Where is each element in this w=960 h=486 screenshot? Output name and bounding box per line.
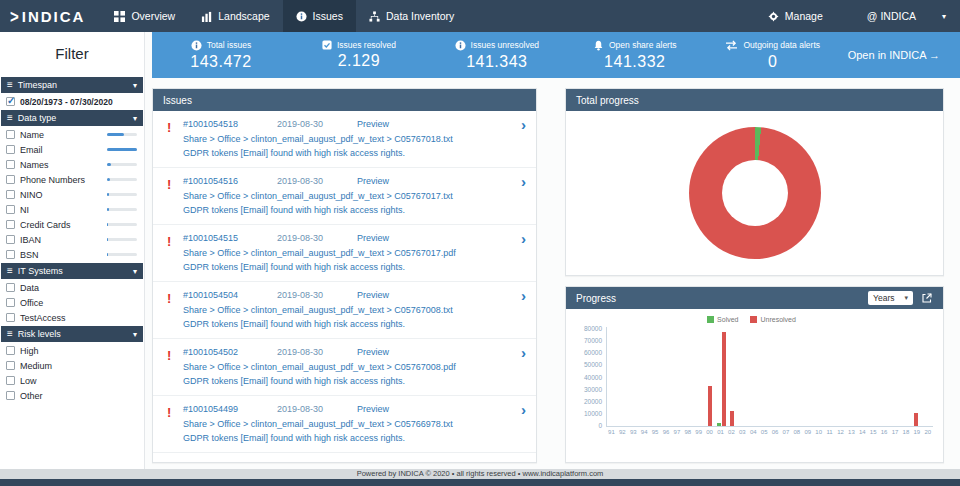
stat-value: 141.343 bbox=[466, 53, 527, 71]
sidebar-item-ni[interactable]: NI bbox=[0, 202, 144, 217]
checkbox-credit-cards[interactable] bbox=[6, 220, 15, 229]
nav-item-data-inventory[interactable]: Data Inventory bbox=[356, 0, 467, 32]
checkbox-other[interactable] bbox=[6, 391, 15, 400]
sidebar-item-phone-numbers[interactable]: Phone Numbers bbox=[0, 172, 144, 187]
stat-value: 143.472 bbox=[190, 53, 251, 71]
manage-button[interactable]: Manage bbox=[754, 0, 837, 32]
preview-link[interactable]: Preview bbox=[357, 290, 389, 300]
sidebar-item-bsn[interactable]: BSN bbox=[0, 247, 144, 262]
preview-link[interactable]: Preview bbox=[357, 347, 389, 357]
chevron-right-icon[interactable]: › bbox=[521, 234, 526, 243]
sidebar-item-08-20-1973-07-30-2020[interactable]: 08/20/1973 - 07/30/2020 bbox=[0, 94, 144, 109]
checkbox-low[interactable] bbox=[6, 376, 15, 385]
sidebar-section-header-risk-levels[interactable]: ≡Risk levels▾ bbox=[1, 326, 143, 342]
sidebar-item-names[interactable]: Names bbox=[0, 157, 144, 172]
issue-path-link[interactable]: Share > Office > clinton_email_august_pd… bbox=[183, 362, 526, 372]
menu-icon: ≡ bbox=[7, 81, 13, 89]
y-tick-label: 80000 bbox=[570, 325, 602, 332]
preview-link[interactable]: Preview bbox=[357, 176, 389, 186]
preview-link[interactable]: Preview bbox=[357, 119, 389, 129]
x-tick-label: 06 bbox=[770, 429, 781, 435]
sidebar-section-header-timespan[interactable]: ≡Timespan▾ bbox=[1, 77, 143, 93]
sidebar-item-email[interactable]: Email bbox=[0, 142, 144, 157]
checkbox-testaccess[interactable] bbox=[6, 313, 15, 322]
issue-id-link[interactable]: #1001054516 bbox=[183, 176, 277, 186]
issue-id-link[interactable]: #1001054504 bbox=[183, 290, 277, 300]
checkbox-nino[interactable] bbox=[6, 190, 15, 199]
checkbox-bsn[interactable] bbox=[6, 250, 15, 259]
sidebar-section-header-data-type[interactable]: ≡Data type▾ bbox=[1, 110, 143, 126]
issue-path-link[interactable]: Share > Office > clinton_email_august_pd… bbox=[183, 191, 526, 201]
issue-row[interactable]: !#10010544992019-08-30Preview›Share > Of… bbox=[153, 396, 536, 453]
bar-unresolved bbox=[722, 332, 726, 426]
sidebar-item-office[interactable]: Office bbox=[0, 295, 144, 310]
issue-date: 2019-08-30 bbox=[277, 347, 357, 357]
stat-label: Issues unresolved bbox=[455, 40, 540, 51]
sidebar-item-iban[interactable]: IBAN bbox=[0, 232, 144, 247]
issue-id-link[interactable]: #1001054502 bbox=[183, 347, 277, 357]
sidebar-item-other[interactable]: Other bbox=[0, 388, 144, 403]
preview-link[interactable]: Preview bbox=[357, 404, 389, 414]
checkbox-medium[interactable] bbox=[6, 361, 15, 370]
footer: Powered by INDICA © 2020 • all rights re… bbox=[0, 469, 960, 486]
chevron-right-icon[interactable]: › bbox=[521, 348, 526, 357]
sidebar-item-name[interactable]: Name bbox=[0, 127, 144, 142]
checkbox-name[interactable] bbox=[6, 130, 15, 139]
nav-item-overview[interactable]: Overview bbox=[101, 0, 188, 32]
bar-group-02 bbox=[726, 327, 737, 426]
checkbox-phone-numbers[interactable] bbox=[6, 175, 15, 184]
stats-bar: Total issues143.472Issues resolved2.129I… bbox=[152, 32, 960, 78]
sidebar-item-nino[interactable]: NINO bbox=[0, 187, 144, 202]
nav-item-landscape[interactable]: Landscape bbox=[188, 0, 282, 32]
progress-plot-column: 9192939495969798990001020304050607080910… bbox=[606, 327, 933, 460]
issue-row[interactable]: !› bbox=[153, 453, 536, 462]
checkbox-iban[interactable] bbox=[6, 235, 15, 244]
progress-panel-header: Progress Years ▾ bbox=[566, 287, 943, 309]
preview-link[interactable]: Preview bbox=[357, 233, 389, 243]
sidebar-item-credit-cards[interactable]: Credit Cards bbox=[0, 217, 144, 232]
issue-row[interactable]: !#10010545182019-08-30Preview›Share > Of… bbox=[153, 111, 536, 168]
sidebar-item-high[interactable]: High bbox=[0, 343, 144, 358]
checkbox-email[interactable] bbox=[6, 145, 15, 154]
indica-logo[interactable]: > INDICA bbox=[0, 8, 101, 25]
checkbox-high[interactable] bbox=[6, 346, 15, 355]
bar-group-04 bbox=[748, 327, 759, 426]
open-external-icon[interactable] bbox=[921, 292, 933, 304]
sidebar-item-data[interactable]: Data bbox=[0, 280, 144, 295]
period-select[interactable]: Years ▾ bbox=[868, 291, 913, 305]
issue-row[interactable]: !#10010545022019-08-30Preview›Share > Of… bbox=[153, 339, 536, 396]
nav-item-issues[interactable]: Issues bbox=[283, 0, 356, 32]
chevron-right-icon[interactable]: › bbox=[521, 120, 526, 129]
issue-id-link[interactable]: #1001054518 bbox=[183, 119, 277, 129]
issue-path-link[interactable]: Share > Office > clinton_email_august_pd… bbox=[183, 419, 526, 429]
sidebar-item-medium[interactable]: Medium bbox=[0, 358, 144, 373]
chevron-right-icon[interactable]: › bbox=[521, 405, 526, 414]
bar-group-96 bbox=[661, 327, 672, 426]
account-menu[interactable]: @ INDICA ▾ bbox=[837, 0, 960, 32]
chevron-right-icon[interactable]: › bbox=[521, 461, 526, 462]
chevron-right-icon[interactable]: › bbox=[521, 177, 526, 186]
issues-panel-title: Issues bbox=[163, 95, 526, 106]
issue-path-link[interactable]: Share > Office > clinton_email_august_pd… bbox=[183, 305, 526, 315]
issue-row[interactable]: !#10010545152019-08-30Preview›Share > Of… bbox=[153, 225, 536, 282]
checkbox-08-20-1973-07-30-2020[interactable] bbox=[6, 97, 15, 106]
issue-row[interactable]: !#10010545162019-08-30Preview›Share > Of… bbox=[153, 168, 536, 225]
chevron-right-icon[interactable]: › bbox=[521, 291, 526, 300]
checkbox-data[interactable] bbox=[6, 283, 15, 292]
bar-group-16 bbox=[878, 327, 889, 426]
sidebar-item-testaccess[interactable]: TestAccess bbox=[0, 310, 144, 325]
checkbox-office[interactable] bbox=[6, 298, 15, 307]
checkbox-names[interactable] bbox=[6, 160, 15, 169]
open-in-indica-link[interactable]: Open in INDICA → bbox=[842, 49, 960, 61]
issue-id-link[interactable]: #1001054499 bbox=[183, 404, 277, 414]
issue-id-link[interactable]: #1001054515 bbox=[183, 233, 277, 243]
issue-row[interactable]: !#10010545042019-08-30Preview›Share > Of… bbox=[153, 282, 536, 339]
sidebar-section-header-it-systems[interactable]: ≡IT Systems▾ bbox=[1, 263, 143, 279]
issue-path-link[interactable]: Share > Office > clinton_email_august_pd… bbox=[183, 134, 526, 144]
x-tick-label: 94 bbox=[639, 429, 650, 435]
sidebar-item-low[interactable]: Low bbox=[0, 373, 144, 388]
filter-title: Filter bbox=[0, 32, 144, 76]
footer-bottom-bar bbox=[0, 479, 960, 486]
issue-path-link[interactable]: Share > Office > clinton_email_august_pd… bbox=[183, 248, 526, 258]
checkbox-ni[interactable] bbox=[6, 205, 15, 214]
